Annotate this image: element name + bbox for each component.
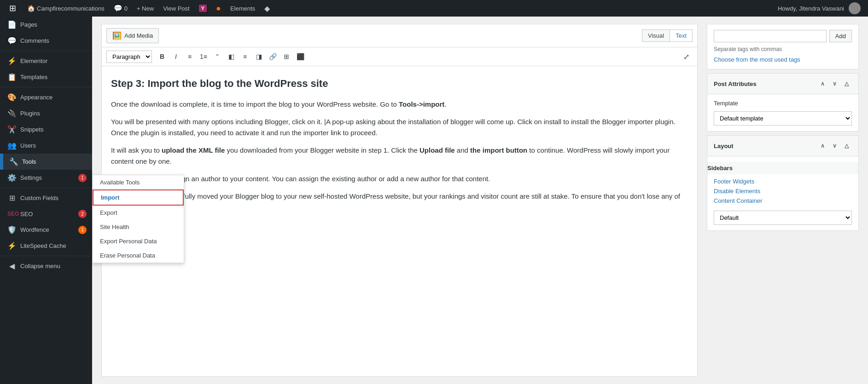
submenu-item-erase-personal-data[interactable]: Erase Personal Data xyxy=(93,248,184,263)
italic-button[interactable]: I xyxy=(169,50,182,63)
orange-dot[interactable]: ● xyxy=(212,0,225,17)
editor-content-area[interactable]: Step 3: Import the blog to the WordPress… xyxy=(102,66,697,376)
admin-bar: ⊞ 🏠 Campfirecommunications 💬 0 + New Vie… xyxy=(0,0,868,17)
site-name[interactable]: 🏠 Campfirecommunications xyxy=(23,0,108,17)
layout-panel-controls: ∧ ∨ △ xyxy=(817,140,852,151)
panel-down-button[interactable]: ∨ xyxy=(829,78,840,89)
panel-collapse-button[interactable]: △ xyxy=(841,78,852,89)
sidebar-item-templates[interactable]: 📋 Templates xyxy=(0,69,92,85)
footer-widgets-link[interactable]: Footer Widgets xyxy=(714,178,852,185)
elementor-icon: ⚡ xyxy=(7,57,17,65)
tags-input-field[interactable] xyxy=(714,30,827,42)
sidebar-item-comments[interactable]: 💬 Comments xyxy=(0,33,92,49)
sidebar-item-wordfence[interactable]: 🛡️ Wordfence 1 xyxy=(0,222,92,238)
bold-button[interactable]: B xyxy=(156,50,169,63)
layout-up-button[interactable]: ∧ xyxy=(817,140,828,151)
tab-visual[interactable]: Visual xyxy=(642,30,670,41)
choose-tags-link[interactable]: Choose from the most used tags xyxy=(714,56,800,63)
tags-separator-text: Separate tags with commas xyxy=(714,46,852,52)
template-label: Template xyxy=(714,100,852,107)
layout-panel: Layout ∧ ∨ △ Sidebars Footer Widgets Dis… xyxy=(707,135,859,231)
editor-tab-group: Visual Text xyxy=(642,29,693,42)
sidebar-item-label: Users xyxy=(20,142,87,149)
seo-icon: SEO xyxy=(7,211,17,217)
tags-add-button[interactable]: Add xyxy=(829,30,852,42)
align-right-button[interactable]: ◨ xyxy=(252,50,265,63)
settings-badge: 1 xyxy=(78,174,87,182)
sidebar-item-label: Wordfence xyxy=(20,226,75,233)
submenu-item-export-personal-data[interactable]: Export Personal Data xyxy=(93,234,184,248)
sidebar-item-snippets[interactable]: ✂️ Snippets xyxy=(0,121,92,138)
sidebar-item-appearance[interactable]: 🎨 Appearance xyxy=(0,89,92,105)
add-media-button[interactable]: 🖼️ Add Media xyxy=(106,28,159,43)
tags-panel-body: Add Separate tags with commas Choose fro… xyxy=(707,24,858,69)
paragraph-select[interactable]: Paragraph xyxy=(106,51,152,63)
table-button[interactable]: ⊞ xyxy=(280,50,293,63)
sidebar-item-litespeed[interactable]: ⚡ LiteSpeed Cache xyxy=(0,238,92,254)
submenu-item-available-tools[interactable]: Available Tools xyxy=(93,175,184,189)
content-area: 🖼️ Add Media Visual Text Paragraph B I xyxy=(92,17,868,384)
sidebar-divider xyxy=(0,51,92,51)
templates-icon: 📋 xyxy=(7,73,17,81)
sidebar: 📄 Pages 💬 Comments ⚡ Elementor 📋 Templat… xyxy=(0,17,92,384)
content-para-1: Once the download is complete, it is tim… xyxy=(111,99,688,110)
ordered-list-button[interactable]: 1≡ xyxy=(197,50,210,63)
elements-link[interactable]: Elements xyxy=(227,0,259,17)
submenu-item-import[interactable]: Import xyxy=(93,189,184,206)
sidebar-item-label: SEO xyxy=(20,211,75,218)
sidebar-item-plugins[interactable]: 🔌 Plugins xyxy=(0,105,92,121)
sidebar-collapse[interactable]: ◀ Collapse menu xyxy=(0,258,92,274)
tools-icon: 🔧 xyxy=(9,157,18,166)
align-left-button[interactable]: ◧ xyxy=(225,50,238,63)
comments-icon: 💬 xyxy=(114,4,122,12)
sidebars-label: Sidebars xyxy=(707,162,858,174)
sidebar-divider-4 xyxy=(0,256,92,256)
layout-collapse-button[interactable]: △ xyxy=(841,140,852,151)
diamond-icon-link[interactable]: ◆ xyxy=(261,0,274,17)
layout-header: Layout ∧ ∨ △ xyxy=(707,136,858,156)
yoast-icon[interactable]: Y xyxy=(195,0,210,17)
panel-up-button[interactable]: ∧ xyxy=(817,78,828,89)
sidebar-item-custom-fields[interactable]: ⊞ Custom Fields xyxy=(0,190,92,206)
content-para-2: You will be presented with many options … xyxy=(111,116,688,138)
comments-link[interactable]: 💬 0 xyxy=(110,0,131,17)
blockquote-button[interactable]: " xyxy=(211,50,224,63)
sidebar-item-tools[interactable]: 🔧 Tools xyxy=(0,154,92,170)
editor-format-bar: Paragraph B I ≡ 1≡ " ◧ ≡ ◨ 🔗 ⊞ ⬛ ⤢ xyxy=(102,47,697,66)
appearance-icon: 🎨 xyxy=(7,93,17,102)
submenu-item-site-health[interactable]: Site Health xyxy=(93,220,184,234)
comments-sidebar-icon: 💬 xyxy=(7,36,17,45)
sidebar-item-label: Custom Fields xyxy=(20,195,87,201)
sidebar-divider-2 xyxy=(0,87,92,87)
link-button[interactable]: 🔗 xyxy=(266,50,279,63)
howdy-user[interactable]: Howdy, Jitendra Vaswani xyxy=(774,0,864,17)
pages-icon: 📄 xyxy=(7,20,17,29)
editor-toolbar-top: 🖼️ Add Media Visual Text xyxy=(102,24,697,47)
layout-down-button[interactable]: ∨ xyxy=(829,140,840,151)
layout-select[interactable]: Default xyxy=(714,211,852,225)
main-wrapper: 📄 Pages 💬 Comments ⚡ Elementor 📋 Templat… xyxy=(0,17,868,384)
sidebar-item-settings[interactable]: ⚙️ Settings 1 xyxy=(0,170,92,186)
view-post-link[interactable]: View Post xyxy=(159,0,193,17)
align-center-button[interactable]: ≡ xyxy=(239,50,251,63)
expand-button[interactable]: ⤢ xyxy=(680,50,693,63)
new-button[interactable]: + New xyxy=(133,0,157,17)
content-para-4: You would need to assign an author to yo… xyxy=(111,173,688,184)
post-attributes-header: Post Attributes ∧ ∨ △ xyxy=(707,74,858,94)
unordered-list-button[interactable]: ≡ xyxy=(183,50,196,63)
disable-elements-link[interactable]: Disable Elements xyxy=(714,188,852,195)
sidebar-item-pages[interactable]: 📄 Pages xyxy=(0,17,92,33)
submenu-item-export[interactable]: Export xyxy=(93,206,184,220)
more-button[interactable]: ⬛ xyxy=(294,50,307,63)
wp-logo[interactable]: ⊞ xyxy=(4,0,22,17)
sidebar-item-elementor[interactable]: ⚡ Elementor xyxy=(0,53,92,69)
tab-text[interactable]: Text xyxy=(670,30,692,41)
sidebar-item-users[interactable]: 👥 Users xyxy=(0,138,92,154)
sidebar-item-seo[interactable]: SEO SEO 2 xyxy=(0,206,92,222)
content-container-link[interactable]: Content Container xyxy=(714,197,852,204)
collapse-icon: ◀ xyxy=(7,262,17,270)
sidebar-item-label: Templates xyxy=(20,74,87,80)
wordfence-icon: 🛡️ xyxy=(7,225,17,234)
sidebar-item-label: Settings xyxy=(20,174,75,181)
template-select[interactable]: Default template xyxy=(714,111,852,126)
